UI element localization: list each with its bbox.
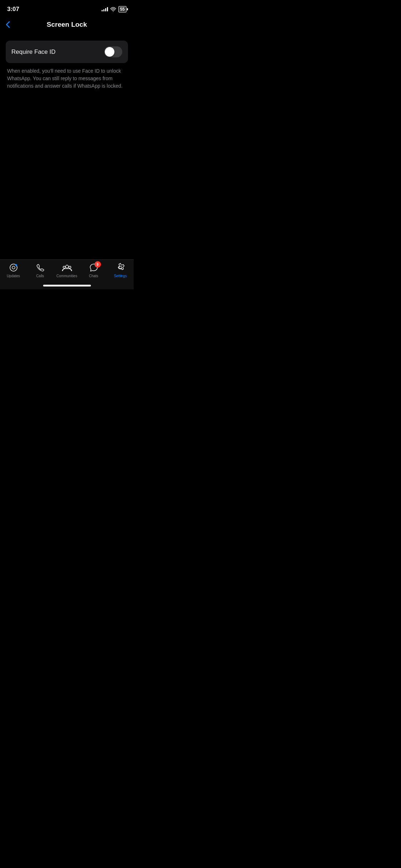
signal-icon [102, 7, 108, 11]
header: Screen Lock [0, 16, 134, 33]
chats-icon: 9 [89, 263, 99, 273]
calls-icon [35, 263, 45, 273]
face-id-toggle-row: Require Face ID [6, 41, 128, 63]
face-id-toggle[interactable] [104, 46, 122, 57]
battery-icon: 55 [118, 6, 127, 12]
tab-chats[interactable]: 9 Chats [80, 263, 107, 278]
calls-label: Calls [36, 274, 44, 278]
home-indicator [43, 285, 91, 286]
status-time: 3:07 [7, 6, 19, 13]
communities-label: Communities [56, 274, 77, 278]
svg-point-4 [66, 265, 68, 268]
status-icons: 55 [102, 6, 127, 12]
settings-label: Settings [114, 274, 127, 278]
communities-icon [62, 263, 72, 273]
main-content: Require Face ID When enabled, you'll nee… [0, 33, 134, 90]
battery-level: 55 [120, 7, 125, 12]
svg-point-3 [15, 264, 17, 266]
chats-label: Chats [89, 274, 98, 278]
status-bar: 3:07 55 [0, 0, 134, 16]
chats-badge: 9 [94, 261, 101, 268]
tab-updates[interactable]: Updates [0, 263, 27, 278]
tab-settings[interactable]: Settings [107, 263, 134, 278]
wifi-icon [110, 7, 116, 12]
back-button[interactable] [6, 21, 10, 28]
svg-point-5 [63, 266, 65, 268]
svg-point-2 [12, 266, 15, 269]
updates-icon [9, 263, 19, 273]
svg-point-0 [113, 11, 113, 12]
face-id-description: When enabled, you'll need to use Face ID… [6, 67, 128, 90]
tab-calls[interactable]: Calls [27, 263, 53, 278]
svg-point-6 [69, 266, 71, 268]
updates-label: Updates [7, 274, 20, 278]
face-id-label: Require Face ID [11, 48, 56, 56]
settings-icon [115, 263, 125, 273]
tab-communities[interactable]: Communities [53, 263, 80, 278]
page-title: Screen Lock [47, 21, 87, 29]
toggle-knob [105, 47, 114, 57]
